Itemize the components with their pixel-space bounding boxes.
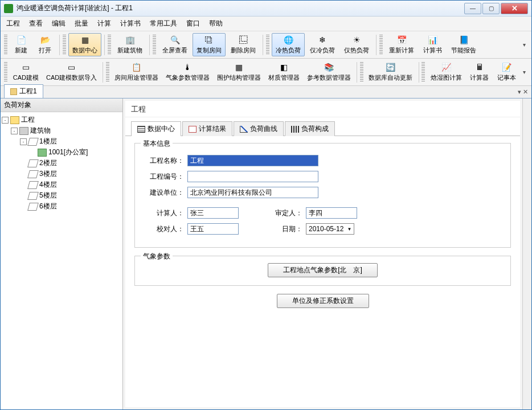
tab-数据中心[interactable]: 数据中心: [131, 121, 181, 136]
tab-负荷构成[interactable]: 负荷构成: [285, 121, 335, 136]
name-label: 工程名称：: [144, 156, 184, 166]
tool-打开[interactable]: 📂打开: [34, 33, 56, 56]
menu-编辑[interactable]: 编辑: [52, 19, 66, 28]
menu-计算书[interactable]: 计算书: [120, 19, 141, 28]
tree-floor-1[interactable]: -1楼层: [2, 136, 121, 147]
删除房间-icon: ⿺: [238, 35, 248, 45]
menu-常用工具[interactable]: 常用工具: [150, 19, 177, 28]
reviewer-input[interactable]: [306, 207, 357, 219]
节能报告-icon: 📘: [459, 35, 469, 45]
tool-全屏查看[interactable]: 🔍全屏查看: [158, 33, 191, 56]
tab-label: 计算结果: [199, 124, 226, 134]
tool-新建[interactable]: 📄新建: [10, 33, 32, 56]
vertical-scrollbar[interactable]: [522, 99, 531, 409]
tool-材质管理器[interactable]: ◧材质管理器: [265, 60, 303, 84]
tab-计算结果[interactable]: 计算结果: [182, 121, 232, 136]
tree-label: 6楼层: [39, 202, 57, 211]
main-title: 工程: [125, 101, 520, 117]
tool-label: 焓湿图计算: [431, 73, 462, 82]
气象参数管理器-icon: 🌡: [182, 62, 193, 72]
房间用途管理器-icon: 📋: [132, 62, 142, 72]
计算器-icon: 🖩: [474, 62, 485, 72]
tool-房间用途管理器[interactable]: 📋房间用途管理器: [112, 60, 162, 84]
tool-重新计算[interactable]: 📅重新计算: [385, 33, 418, 56]
tool-label: 仅热负荷: [344, 46, 369, 55]
tool-计算器[interactable]: 🖩计算器: [466, 60, 493, 84]
toolbar-overflow[interactable]: ▾: [521, 42, 528, 48]
menu-帮助[interactable]: 帮助: [209, 19, 223, 28]
重新计算-icon: 📅: [396, 35, 407, 45]
tool-label: 仅冷负荷: [310, 46, 335, 55]
construction-unit-input[interactable]: [187, 187, 318, 198]
minimize-button[interactable]: —: [464, 3, 481, 14]
tool-label: 新建筑物: [117, 46, 142, 55]
close-button[interactable]: ✕: [501, 3, 528, 14]
tool-label: 新建: [15, 46, 27, 55]
weather-params-button[interactable]: 工程地点气象参数[北 京]: [268, 263, 378, 277]
doc-tab-close-controls[interactable]: ▾ ✕: [518, 88, 528, 96]
menu-批量[interactable]: 批量: [75, 19, 88, 28]
tool-数据中心[interactable]: ▦数据中心: [68, 33, 101, 56]
tool-冷热负荷[interactable]: 🌐冷热负荷: [272, 33, 305, 56]
tree-toggle-icon[interactable]: -: [2, 117, 9, 124]
tool-气象参数管理器[interactable]: 🌡气象参数管理器: [163, 60, 213, 84]
tool-节能报告[interactable]: 📘节能报告: [447, 33, 480, 56]
project-name-input[interactable]: [187, 155, 318, 166]
tree-floor-5[interactable]: 5楼层: [2, 190, 121, 201]
menu-窗口[interactable]: 窗口: [186, 19, 200, 28]
toolbar-secondary: ▭CAD建模▭CAD建模数据导入📋房间用途管理器🌡气象参数管理器▦围护结构管理器…: [1, 59, 531, 86]
menu-查看[interactable]: 查看: [29, 19, 43, 28]
main-content: 基本信息 工程名称： 工程编号： 建设单位： 计算人：: [125, 136, 520, 407]
app-icon: [4, 4, 13, 13]
icon-floor-icon: [27, 170, 39, 178]
tree-room[interactable]: 1001[办公室]: [2, 147, 121, 158]
tab-负荷曲线[interactable]: 负荷曲线: [234, 121, 284, 136]
project-no-input[interactable]: [187, 171, 318, 182]
tool-新建筑物[interactable]: 🏢新建筑物: [113, 33, 146, 56]
tool-CAD建模[interactable]: ▭CAD建模: [10, 60, 42, 84]
tool-仅热负荷[interactable]: ☀仅热负荷: [340, 33, 373, 56]
tool-数据库自动更新[interactable]: 🔄数据库自动更新: [366, 60, 416, 84]
tool-记事本[interactable]: 📝记事本: [493, 60, 519, 84]
calculator-input[interactable]: [187, 207, 239, 219]
tool-计算书[interactable]: 📊计算书: [419, 33, 446, 56]
tree-label: 4楼层: [39, 180, 57, 190]
document-tab[interactable]: 工程1: [4, 84, 43, 98]
toolbar-main: 📄新建📂打开▦数据中心🏢新建筑物🔍全屏查看⿻复制房间⿺删除房间🌐冷热负荷❄仅冷负…: [1, 31, 531, 59]
icon-building-icon: [19, 127, 28, 135]
tree-label: 1001[办公室]: [48, 147, 88, 157]
maximize-button[interactable]: ▢: [482, 3, 500, 14]
tree-floor-6[interactable]: 6楼层: [2, 201, 121, 212]
tool-仅冷负荷[interactable]: ❄仅冷负荷: [306, 33, 339, 56]
tool-删除房间[interactable]: ⿺删除房间: [227, 33, 260, 56]
tool-围护结构管理器[interactable]: ▦围护结构管理器: [214, 60, 264, 84]
toolbar-overflow[interactable]: ▾: [521, 69, 528, 75]
tool-label: CAD建模: [13, 73, 39, 82]
tree-floor-3[interactable]: 3楼层: [2, 169, 121, 179]
新建-icon: 📄: [16, 35, 26, 45]
checker-input[interactable]: [187, 223, 239, 235]
titlebar: 鸿业暖通空调负荷计算[谐波法] - 工程1 — ▢ ✕: [1, 1, 531, 17]
tree-toggle-icon[interactable]: -: [11, 128, 18, 134]
tool-参考数据管理器[interactable]: 📚参考数据管理器: [304, 60, 354, 84]
tree-toggle-icon[interactable]: -: [20, 138, 27, 145]
menubar: 工程查看编辑批量计算计算书常用工具窗口帮助: [1, 17, 531, 31]
review-label: 审定人：: [263, 208, 302, 218]
数据中心-icon: ▦: [80, 35, 90, 45]
document-tab-bar: 工程1 ▾ ✕: [1, 86, 531, 99]
tool-label: 气象参数管理器: [166, 73, 210, 82]
menu-工程[interactable]: 工程: [6, 19, 20, 28]
tool-焓湿图计算[interactable]: 📈焓湿图计算: [427, 60, 465, 84]
tool-CAD建模数据导入[interactable]: ▭CAD建模数据导入: [43, 60, 100, 84]
tree-floor-4[interactable]: 4楼层: [2, 179, 121, 190]
icon-floor-icon: [27, 203, 39, 211]
date-picker[interactable]: 2010-05-12 ▼: [306, 223, 354, 235]
unit-correction-button[interactable]: 单位及修正系数设置: [277, 294, 369, 308]
tool-复制房间[interactable]: ⿻复制房间: [193, 33, 226, 56]
tree-label: 2楼层: [39, 158, 57, 168]
tree-project[interactable]: -工程: [2, 114, 121, 125]
tool-label: 数据库自动更新: [369, 73, 412, 82]
tree-building[interactable]: -建筑物: [2, 125, 121, 136]
menu-计算[interactable]: 计算: [97, 19, 111, 28]
tree-floor-2[interactable]: 2楼层: [2, 158, 121, 169]
